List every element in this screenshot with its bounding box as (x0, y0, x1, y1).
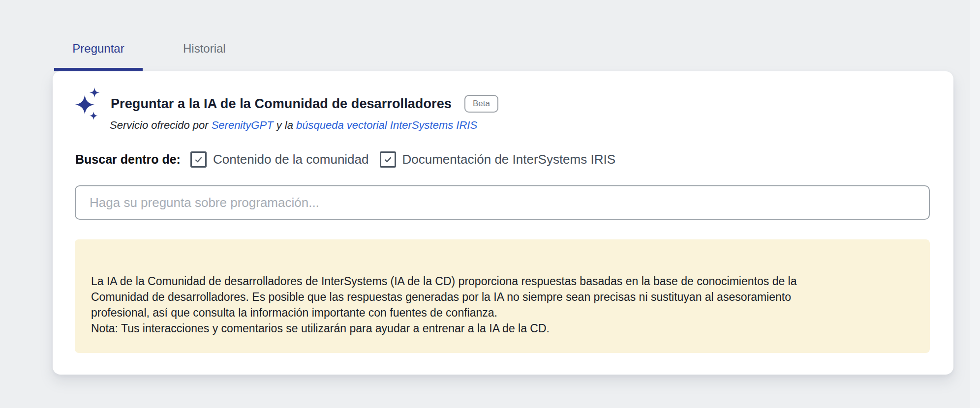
disclaimer-text: La IA de la Comunidad de desarrolladores… (91, 275, 797, 335)
tab-bar: Preguntar Historial (54, 0, 246, 71)
search-scope-row: Buscar dentro de: Contenido de la comuni… (75, 149, 626, 170)
tab-historial[interactable]: Historial (162, 0, 246, 71)
card-header: Preguntar a la IA de la Comunidad de des… (74, 87, 498, 120)
subtitle-text: Servicio ofrecido por (110, 119, 212, 131)
checkbox-community-content[interactable]: Contenido de la comunidad (190, 151, 369, 168)
checkbox-checked-icon (380, 151, 396, 168)
iris-vector-search-link[interactable]: búsqueda vectorial InterSystems IRIS (296, 119, 477, 131)
scrollbar-track[interactable] (970, 0, 980, 408)
ask-ai-card: Preguntar a la IA de la Comunidad de des… (53, 71, 953, 375)
active-tab-indicator (54, 68, 143, 71)
search-scope-label: Buscar dentro de: (75, 152, 181, 167)
tab-historial-label: Historial (183, 42, 226, 56)
tab-preguntar-label: Preguntar (72, 42, 124, 56)
serenitygpt-link[interactable]: SerenityGPT (212, 119, 274, 131)
tab-preguntar[interactable]: Preguntar (54, 0, 143, 71)
disclaimer-box: La IA de la Comunidad de desarrolladores… (75, 239, 930, 353)
checkbox-iris-documentation-label: Documentación de InterSystems IRIS (402, 152, 616, 167)
question-input[interactable] (75, 185, 930, 220)
checkbox-checked-icon (190, 151, 207, 168)
service-subtitle: Servicio ofrecido por SerenityGPT y la b… (110, 119, 477, 132)
checkbox-community-content-label: Contenido de la comunidad (213, 152, 369, 167)
sparkles-icon (74, 87, 101, 120)
beta-badge: Beta (464, 95, 498, 113)
page-title: Preguntar a la IA de la Comunidad de des… (111, 96, 452, 112)
checkbox-iris-documentation[interactable]: Documentación de InterSystems IRIS (380, 151, 616, 168)
subtitle-text-middle: y la (274, 119, 296, 131)
